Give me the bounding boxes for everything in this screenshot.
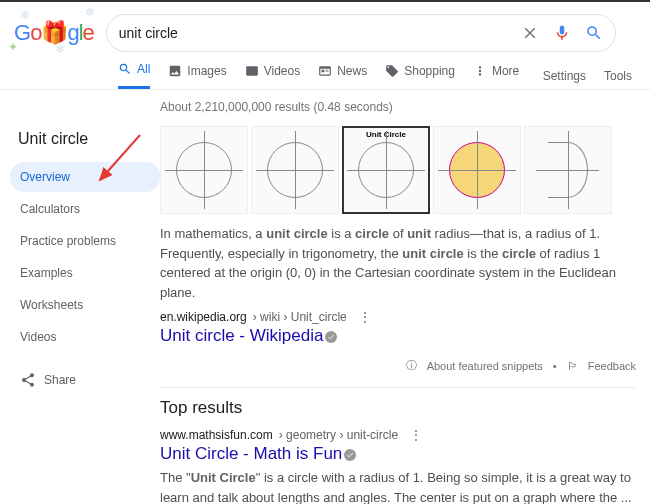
sidebar-item-examples[interactable]: Examples [10,258,160,288]
side-title: Unit circle [10,126,160,162]
info-icon[interactable]: ⓘ [406,358,417,373]
more-icon[interactable]: ⋮ [410,428,422,442]
settings-link[interactable]: Settings [543,69,586,83]
verified-icon [344,449,356,461]
tab-label: Shopping [404,64,455,78]
sidebar-item-worksheets[interactable]: Worksheets [10,290,160,320]
more-icon[interactable]: ⋮ [359,310,371,324]
tab-label: Images [187,64,226,78]
tab-label: All [137,62,150,76]
tab-news[interactable]: News [318,62,367,89]
share-button[interactable]: Share [10,354,160,406]
thumbnail[interactable] [433,126,521,214]
clear-icon[interactable] [521,24,539,42]
sidebar-item-videos[interactable]: Videos [10,322,160,352]
about-snippets-link[interactable]: About featured snippets [427,360,543,372]
verified-icon [325,331,337,343]
thumbnail[interactable] [160,126,248,214]
tab-all[interactable]: All [118,62,150,89]
feedback-icon: 🏳 [567,360,578,372]
tab-shopping[interactable]: Shopping [385,62,455,89]
thumbnail[interactable] [524,126,612,214]
share-label: Share [44,373,76,387]
search-input[interactable] [119,25,521,41]
result-stats: About 2,210,000,000 results (0.48 second… [0,90,650,114]
tab-label: More [492,64,519,78]
sidebar-item-practice[interactable]: Practice problems [10,226,160,256]
tools-link[interactable]: Tools [604,69,632,83]
thumbnail[interactable] [251,126,339,214]
tab-label: Videos [264,64,300,78]
result-cite: www.mathsisfun.com › geometry › unit-cir… [160,428,636,442]
tab-label: News [337,64,367,78]
mic-icon[interactable] [553,24,571,42]
share-icon [20,372,36,388]
sidebar-item-overview[interactable]: Overview [10,162,160,192]
result-snippet: The "Unit Circle" is a circle with a rad… [160,468,636,504]
tab-images[interactable]: Images [168,62,226,89]
featured-snippet: In mathematics, a unit circle is a circl… [160,224,636,302]
tab-more[interactable]: More [473,62,519,89]
tab-videos[interactable]: Videos [245,62,300,89]
thumbnail-selected[interactable]: Unit Circle [342,126,430,214]
image-thumbnails: Unit Circle [160,126,636,214]
search-icon[interactable] [585,24,603,42]
search-box[interactable] [106,14,616,52]
google-logo[interactable]: Go🎁gle [14,20,94,46]
section-heading: Top results [160,398,636,418]
feedback-link[interactable]: Feedback [588,360,636,372]
result-title-link[interactable]: Unit Circle - Math is Fun [160,444,342,464]
sidebar-item-calculators[interactable]: Calculators [10,194,160,224]
result-cite: en.wikipedia.org › wiki › Unit_circle ⋮ [160,310,636,324]
result-title-link[interactable]: Unit circle - Wikipedia [160,326,323,346]
